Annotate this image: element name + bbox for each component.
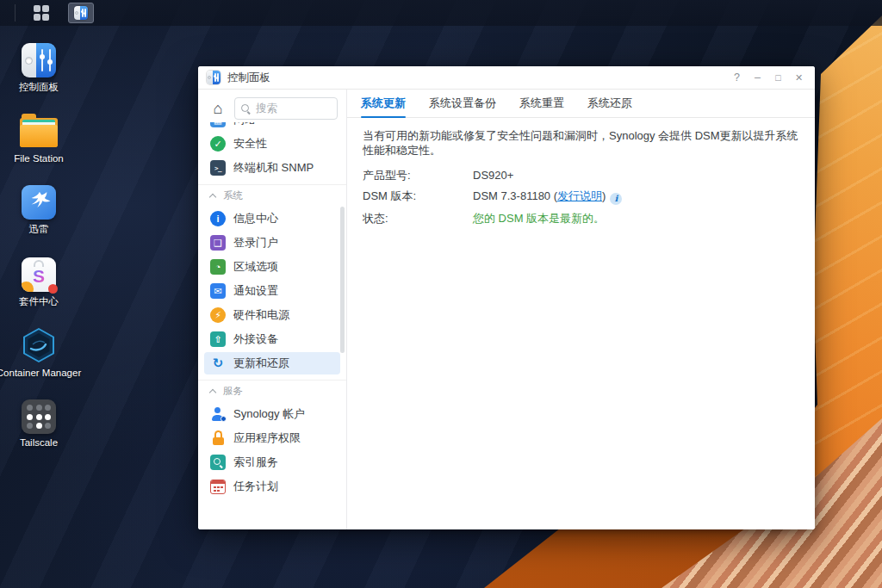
external-devices-icon: ⇧	[210, 331, 226, 347]
desktop-icon-label: File Station	[14, 153, 64, 164]
sidebar-top: ⌂	[198, 90, 346, 122]
sidebar-item-label: 区域选项	[233, 259, 278, 275]
sidebar-item-label: 终端机和 SNMP	[233, 160, 314, 176]
chevron-up-icon	[209, 193, 216, 200]
tab-system-update[interactable]: 系统更新	[361, 90, 406, 117]
hardware-power-icon: ⚡	[210, 307, 226, 323]
task-scheduler-icon	[210, 480, 226, 494]
sidebar-item-label: 安全性	[233, 136, 267, 152]
release-notes-link[interactable]: 发行说明	[557, 189, 602, 202]
desktop-icon-label: Tailscale	[20, 437, 58, 448]
package-center-icon: S	[22, 257, 56, 292]
sidebar-item-terminal-snmp[interactable]: >_终端机和 SNMP	[204, 157, 340, 179]
tab-system-config-backup[interactable]: 系统设置备份	[429, 90, 496, 117]
control-panel-icon	[22, 43, 56, 77]
tailscale-dots-icon	[22, 399, 56, 434]
desktop-icon-tailscale[interactable]: Tailscale	[0, 399, 78, 448]
login-portal-icon: ❑	[210, 235, 226, 251]
thunder-bird-icon	[22, 185, 56, 220]
control-panel-icon	[74, 6, 88, 20]
sidebar-group-服务: 服务Synology 帐户应用程序权限索引服务任务计划	[198, 380, 346, 498]
desktop-icon-container-manager[interactable]: Container Manager	[0, 330, 78, 378]
search-input[interactable]	[256, 102, 331, 115]
apps-grid-icon	[34, 5, 50, 22]
field-dsm-version: DSM 版本:DSM 7.3-81180 (发行说明)i	[363, 189, 799, 205]
sidebar-item-label: 信息中心	[233, 211, 278, 226]
field-value: DSM 7.3-81180 (发行说明)i	[473, 189, 622, 205]
desktop-icon-package-center[interactable]: S套件中心	[0, 257, 78, 308]
tab-system-reset[interactable]: 系统重置	[519, 90, 564, 117]
help-button[interactable]: ?	[728, 69, 746, 87]
main-menu-button[interactable]	[26, 3, 57, 23]
sidebar-item-label: Synology 帐户	[233, 406, 305, 422]
content-panel: 当有可用的新功能或修复了安全性问题和漏洞时，Synology 会提供 DSM更新…	[347, 118, 815, 242]
sidebar-scrollbar[interactable]	[340, 207, 345, 353]
window-title: 控制面板	[227, 71, 270, 85]
info-fields: 产品型号:DS920+DSM 版本:DSM 7.3-81180 (发行说明)i状…	[363, 168, 799, 226]
sidebar-item-login-portal[interactable]: ❑登录门户	[204, 232, 340, 254]
notification-badge	[48, 284, 58, 294]
field-product-model: 产品型号:DS920+	[363, 168, 799, 183]
sidebar-group: ▦网络✓安全性>_终端机和 SNMP	[198, 122, 346, 179]
sidebar-item-notification[interactable]: ✉通知设置	[204, 280, 340, 302]
desktop-icon-label: 迅雷	[29, 223, 49, 236]
search-box[interactable]	[234, 97, 338, 120]
sidebar-item-label: 网络	[233, 122, 256, 127]
field-value: DS920+	[473, 168, 513, 183]
sidebar-item-label: 通知设置	[233, 283, 278, 299]
sidebar-section-header[interactable]: 系统	[210, 185, 334, 206]
sidebar-list: ▦网络✓安全性>_终端机和 SNMP系统i信息中心❑登录门户◔区域选项✉通知设置…	[198, 122, 346, 529]
info-icon[interactable]: i	[610, 193, 622, 205]
search-icon	[241, 104, 251, 114]
sidebar-item-label: 登录门户	[233, 235, 278, 251]
content-area: 系统更新系统设置备份系统重置系统还原 当有可用的新功能或修复了安全性问题和漏洞时…	[347, 90, 815, 529]
home-button[interactable]: ⌂	[208, 97, 227, 120]
desktop-icon-control-panel[interactable]: 控制面板	[0, 43, 78, 94]
update-restore-icon: ↻	[210, 356, 226, 371]
taskbar-control-panel-button[interactable]	[68, 3, 94, 23]
sidebar-item-regional-options[interactable]: ◔区域选项	[204, 256, 340, 278]
info-center-icon: i	[210, 211, 226, 226]
field-label: 产品型号:	[363, 168, 473, 183]
terminal-snmp-icon: >_	[210, 160, 226, 176]
indexing-service-icon	[210, 455, 226, 470]
sidebar-item-update-restore[interactable]: ↻更新和还原	[204, 352, 340, 374]
tab-system-restore[interactable]: 系统还原	[587, 90, 632, 117]
taskbar-divider	[15, 4, 16, 22]
regional-options-icon: ◔	[210, 259, 226, 275]
window-controls: ? – □ ✕	[728, 69, 808, 87]
chevron-up-icon	[209, 388, 216, 395]
synology-account-icon	[210, 406, 226, 422]
sidebar-item-security[interactable]: ✓安全性	[204, 133, 340, 155]
content-tabs: 系统更新系统设置备份系统重置系统还原	[347, 90, 815, 118]
container-manager-hexagon-icon	[20, 326, 58, 368]
sidebar-item-label: 应用程序权限	[233, 430, 301, 446]
desktop-background: 控制面板File Station迅雷S套件中心Container Manager…	[0, 0, 882, 588]
desktop-icon-thunder[interactable]: 迅雷	[0, 185, 78, 236]
sidebar-item-indexing-service[interactable]: 索引服务	[204, 451, 340, 473]
sidebar-section-header[interactable]: 服务	[210, 381, 334, 401]
field-value: 您的 DSM 版本是最新的。	[473, 211, 605, 226]
sidebar-item-label: 更新和还原	[233, 356, 289, 371]
field-label: 状态:	[363, 211, 473, 226]
sidebar-item-info-center[interactable]: i信息中心	[204, 207, 340, 230]
sidebar-item-synology-account[interactable]: Synology 帐户	[204, 403, 340, 425]
field-status: 状态:您的 DSM 版本是最新的。	[363, 211, 799, 226]
sidebar-item-hardware-power[interactable]: ⚡硬件和电源	[204, 304, 340, 326]
close-button[interactable]: ✕	[790, 69, 808, 87]
sidebar-item-network[interactable]: ▦网络	[204, 122, 340, 131]
desktop-icon-label: 控制面板	[19, 81, 59, 94]
sidebar-item-app-privileges[interactable]: 应用程序权限	[204, 427, 340, 449]
sidebar-item-label: 索引服务	[233, 455, 278, 470]
sidebar-item-label: 外接设备	[233, 331, 278, 347]
sidebar-item-task-scheduler[interactable]: 任务计划	[204, 475, 340, 498]
desktop-icon-label: 套件中心	[19, 295, 59, 308]
maximize-button[interactable]: □	[769, 69, 787, 87]
sidebar-item-label: 硬件和电源	[233, 307, 289, 323]
desktop-icon-file-station[interactable]: File Station	[0, 115, 78, 164]
window-titlebar[interactable]: 控制面板 ? – □ ✕	[198, 66, 815, 90]
sidebar-group-系统: 系统i信息中心❑登录门户◔区域选项✉通知设置⚡硬件和电源⇧外接设备↻更新和还原	[198, 184, 346, 374]
update-description: 当有可用的新功能或修复了安全性问题和漏洞时，Synology 会提供 DSM更新…	[363, 128, 799, 158]
sidebar-item-external-devices[interactable]: ⇧外接设备	[204, 328, 340, 350]
minimize-button[interactable]: –	[748, 69, 767, 87]
